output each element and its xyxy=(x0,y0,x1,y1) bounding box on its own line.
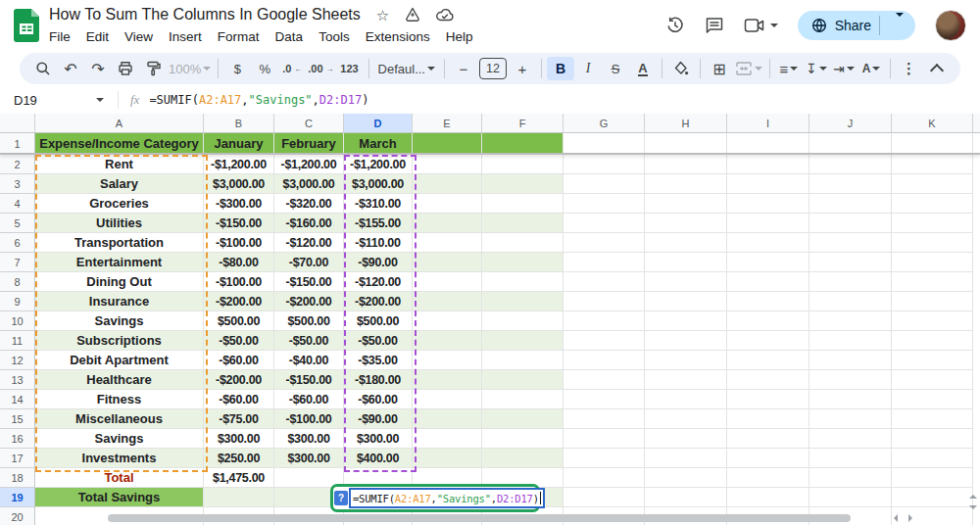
cell-E13[interactable] xyxy=(413,370,482,390)
cell-E11[interactable] xyxy=(413,331,482,351)
print-icon[interactable] xyxy=(112,57,139,80)
format-percent-button[interactable]: % xyxy=(251,57,278,80)
cell-E4[interactable] xyxy=(413,194,482,214)
document-status-cloud-icon[interactable] xyxy=(436,8,454,22)
cell-C17[interactable]: $300.00 xyxy=(274,449,344,468)
cell-J2[interactable] xyxy=(809,155,892,174)
cell-H1[interactable] xyxy=(645,133,727,155)
cell-G2[interactable] xyxy=(564,155,645,174)
more-formats-button[interactable]: 123 xyxy=(336,57,364,80)
row-header-20[interactable]: 20 xyxy=(0,507,35,525)
cell-A3[interactable]: Salary xyxy=(35,174,204,194)
cell-F4[interactable] xyxy=(482,194,564,214)
cell-J13[interactable] xyxy=(809,370,892,390)
cell-K17[interactable] xyxy=(892,449,973,468)
cell-G16[interactable] xyxy=(564,429,645,449)
cell-B12[interactable]: -$60.00 xyxy=(204,351,274,370)
cell-B9[interactable]: -$200.00 xyxy=(204,292,274,311)
cell-K16[interactable] xyxy=(892,429,973,449)
cell-G4[interactable] xyxy=(564,194,645,214)
row-header-11[interactable]: 11 xyxy=(0,331,35,351)
cell-G12[interactable] xyxy=(564,351,645,370)
account-avatar[interactable] xyxy=(935,10,966,41)
italic-button[interactable]: I xyxy=(574,57,602,80)
decrease-font-size-button[interactable]: − xyxy=(450,57,477,80)
cell-G14[interactable] xyxy=(564,390,645,409)
cell-C11[interactable]: -$50.00 xyxy=(274,331,344,351)
share-dropdown-caret[interactable] xyxy=(888,17,911,34)
column-header-K[interactable]: K xyxy=(892,114,973,133)
cell-I10[interactable] xyxy=(727,311,809,331)
cell-K10[interactable] xyxy=(892,311,973,331)
cell-B17[interactable]: $250.00 xyxy=(204,449,274,468)
cell-C12[interactable]: -$40.00 xyxy=(274,351,344,370)
row-header-9[interactable]: 9 xyxy=(0,292,35,311)
cell-I1[interactable] xyxy=(727,133,809,155)
cell-F9[interactable] xyxy=(482,292,564,311)
cell-C7[interactable]: -$70.00 xyxy=(274,253,344,272)
document-title[interactable]: How To Sum The Columns In Google Sheets xyxy=(49,6,361,24)
cell-F11[interactable] xyxy=(482,331,564,351)
cell-C5[interactable]: -$160.00 xyxy=(274,214,344,233)
share-button[interactable]: Share xyxy=(798,11,915,40)
row-header-3[interactable]: 3 xyxy=(0,174,35,194)
cell-G19[interactable] xyxy=(564,488,645,507)
column-header-B[interactable]: B xyxy=(204,114,274,133)
cell-J9[interactable] xyxy=(809,292,892,311)
cell-G18[interactable] xyxy=(564,468,645,488)
cell-I7[interactable] xyxy=(727,253,809,272)
cell-I18[interactable] xyxy=(727,468,809,488)
cell-H12[interactable] xyxy=(645,351,727,370)
text-color-button[interactable]: A xyxy=(629,57,657,80)
cell-B13[interactable]: -$200.00 xyxy=(204,370,274,390)
cell-H5[interactable] xyxy=(645,214,727,233)
cell-G5[interactable] xyxy=(564,214,645,233)
cell-A18[interactable]: Total xyxy=(35,468,204,488)
column-header-C[interactable]: C xyxy=(274,114,344,133)
cell-E8[interactable] xyxy=(413,272,482,292)
cell-A17[interactable]: Investments xyxy=(35,449,204,468)
cell-A1[interactable]: Expense/Income Category xyxy=(35,133,204,155)
cell-A9[interactable]: Insurance xyxy=(35,292,204,311)
cell-C6[interactable]: -$120.00 xyxy=(274,233,344,253)
cell-F6[interactable] xyxy=(482,233,564,253)
cell-D14[interactable]: -$60.00 xyxy=(344,390,413,409)
cell-K7[interactable] xyxy=(892,253,973,272)
cell-H19[interactable] xyxy=(645,488,727,507)
cell-C1[interactable]: February xyxy=(274,133,344,155)
cell-H8[interactable] xyxy=(645,272,727,292)
cell-I11[interactable] xyxy=(727,331,809,351)
cell-D13[interactable]: -$180.00 xyxy=(344,370,413,390)
cell-D10[interactable]: $500.00 xyxy=(344,311,413,331)
cell-K19[interactable] xyxy=(892,488,973,507)
column-header-A[interactable]: A xyxy=(35,114,204,133)
cell-B19[interactable] xyxy=(204,488,274,507)
cell-I13[interactable] xyxy=(727,370,809,390)
cell-A2[interactable]: Rent xyxy=(35,155,204,174)
cell-K8[interactable] xyxy=(892,272,973,292)
cell-F10[interactable] xyxy=(482,311,564,331)
borders-button[interactable]: ⊞ xyxy=(706,57,733,80)
cell-B7[interactable]: -$80.00 xyxy=(204,253,274,272)
cell-D7[interactable]: -$90.00 xyxy=(344,253,413,272)
cell-E16[interactable] xyxy=(413,429,482,449)
cell-editor-D19[interactable]: ?=SUMIF(A2:A17,"Savings",D2:D17) xyxy=(330,484,540,512)
cell-I19[interactable] xyxy=(727,488,809,507)
cell-J10[interactable] xyxy=(809,311,892,331)
cell-K2[interactable] xyxy=(892,155,973,174)
font-selector[interactable]: Defaul... xyxy=(374,57,439,80)
sheets-logo-icon[interactable] xyxy=(14,9,39,42)
cell-F1[interactable] xyxy=(482,133,564,155)
cell-G10[interactable] xyxy=(564,311,645,331)
cell-K9[interactable] xyxy=(892,292,973,311)
cell-D17[interactable]: $400.00 xyxy=(344,449,413,468)
cell-A4[interactable]: Groceries xyxy=(35,194,204,214)
cell-B5[interactable]: -$150.00 xyxy=(204,214,274,233)
cell-B1[interactable]: January xyxy=(204,133,274,155)
cell-G6[interactable] xyxy=(564,233,645,253)
cell-H11[interactable] xyxy=(645,331,727,351)
cell-H2[interactable] xyxy=(645,155,727,174)
redo-icon[interactable]: ↷ xyxy=(84,57,112,80)
cell-H15[interactable] xyxy=(645,409,727,429)
cell-J18[interactable] xyxy=(809,468,892,488)
